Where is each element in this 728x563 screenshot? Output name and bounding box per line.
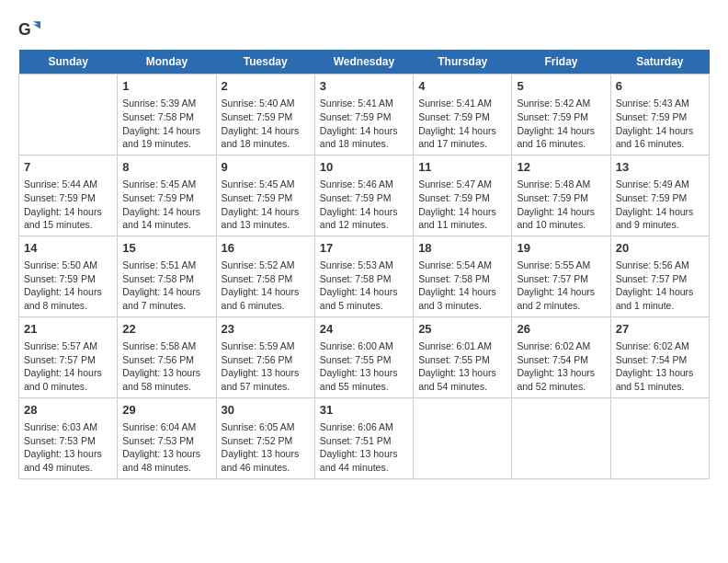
- day-number: 25: [418, 321, 506, 338]
- day-number: 21: [24, 321, 112, 338]
- day-info: Sunrise: 6:02 AM Sunset: 7:54 PM Dayligh…: [616, 339, 704, 394]
- day-info: Sunrise: 5:42 AM Sunset: 7:59 PM Dayligh…: [517, 97, 605, 151]
- day-info: Sunrise: 5:57 AM Sunset: 7:57 PM Dayligh…: [24, 339, 112, 394]
- calendar-cell: 25Sunrise: 6:01 AM Sunset: 7:55 PM Dayli…: [414, 316, 512, 397]
- calendar-cell: 3Sunrise: 5:41 AM Sunset: 7:59 PM Daylig…: [314, 75, 413, 155]
- day-info: Sunrise: 6:01 AM Sunset: 7:55 PM Dayligh…: [418, 339, 506, 394]
- day-number: 26: [517, 321, 605, 338]
- calendar-week-3: 14Sunrise: 5:50 AM Sunset: 7:59 PM Dayli…: [19, 236, 710, 316]
- day-info: Sunrise: 5:58 AM Sunset: 7:56 PM Dayligh…: [122, 339, 210, 394]
- day-number: 6: [616, 78, 704, 95]
- header: G: [18, 18, 710, 40]
- day-info: Sunrise: 5:41 AM Sunset: 7:59 PM Dayligh…: [320, 97, 408, 151]
- day-info: Sunrise: 5:54 AM Sunset: 7:58 PM Dayligh…: [418, 259, 506, 313]
- day-number: 14: [24, 240, 112, 257]
- day-info: Sunrise: 5:39 AM Sunset: 7:58 PM Dayligh…: [122, 97, 210, 151]
- day-number: 4: [418, 78, 506, 95]
- calendar-cell: 2Sunrise: 5:40 AM Sunset: 7:59 PM Daylig…: [216, 75, 314, 155]
- calendar-cell: 8Sunrise: 5:45 AM Sunset: 7:59 PM Daylig…: [118, 155, 216, 236]
- day-number: 11: [418, 159, 506, 176]
- day-number: 8: [122, 159, 210, 176]
- day-info: Sunrise: 5:46 AM Sunset: 7:59 PM Dayligh…: [320, 178, 408, 232]
- day-info: Sunrise: 5:56 AM Sunset: 7:57 PM Dayligh…: [616, 259, 704, 313]
- day-info: Sunrise: 5:45 AM Sunset: 7:59 PM Dayligh…: [222, 178, 310, 232]
- day-info: Sunrise: 6:06 AM Sunset: 7:51 PM Dayligh…: [320, 420, 408, 475]
- calendar-cell: 4Sunrise: 5:41 AM Sunset: 7:59 PM Daylig…: [414, 75, 512, 155]
- day-header-friday: Friday: [512, 50, 610, 75]
- calendar-cell: 11Sunrise: 5:47 AM Sunset: 7:59 PM Dayli…: [414, 155, 512, 236]
- day-info: Sunrise: 6:02 AM Sunset: 7:54 PM Dayligh…: [517, 339, 605, 394]
- calendar-week-1: 1Sunrise: 5:39 AM Sunset: 7:58 PM Daylig…: [19, 75, 710, 155]
- calendar-week-2: 7Sunrise: 5:44 AM Sunset: 7:59 PM Daylig…: [19, 155, 710, 236]
- day-number: 7: [24, 159, 112, 176]
- day-number: 24: [320, 321, 408, 338]
- calendar-cell: 16Sunrise: 5:52 AM Sunset: 7:58 PM Dayli…: [216, 236, 314, 316]
- day-number: 3: [320, 78, 408, 95]
- calendar-cell: 31Sunrise: 6:06 AM Sunset: 7:51 PM Dayli…: [314, 397, 413, 478]
- day-info: Sunrise: 5:48 AM Sunset: 7:59 PM Dayligh…: [517, 178, 605, 232]
- svg-marker-2: [33, 24, 40, 29]
- day-number: 10: [320, 159, 408, 176]
- day-number: 1: [122, 78, 210, 95]
- day-info: Sunrise: 5:50 AM Sunset: 7:59 PM Dayligh…: [24, 259, 112, 313]
- day-number: 23: [222, 321, 310, 338]
- logo: G: [18, 18, 40, 40]
- calendar-cell: [512, 397, 610, 478]
- day-info: Sunrise: 5:59 AM Sunset: 7:56 PM Dayligh…: [222, 339, 310, 394]
- calendar-cell: 22Sunrise: 5:58 AM Sunset: 7:56 PM Dayli…: [118, 316, 216, 397]
- logo-icon: G: [18, 18, 40, 40]
- day-number: 28: [24, 402, 112, 419]
- day-header-monday: Monday: [118, 50, 216, 75]
- day-number: 2: [222, 78, 310, 95]
- day-header-saturday: Saturday: [610, 50, 709, 75]
- day-number: 17: [320, 240, 408, 257]
- calendar-cell: 19Sunrise: 5:55 AM Sunset: 7:57 PM Dayli…: [512, 236, 610, 316]
- calendar-cell: 14Sunrise: 5:50 AM Sunset: 7:59 PM Dayli…: [19, 236, 118, 316]
- day-info: Sunrise: 6:05 AM Sunset: 7:52 PM Dayligh…: [222, 420, 310, 475]
- day-info: Sunrise: 5:47 AM Sunset: 7:59 PM Dayligh…: [418, 178, 506, 232]
- day-number: 18: [418, 240, 506, 257]
- calendar-cell: 15Sunrise: 5:51 AM Sunset: 7:58 PM Dayli…: [118, 236, 216, 316]
- day-number: 31: [320, 402, 408, 419]
- day-number: 29: [122, 402, 210, 419]
- calendar-cell: 30Sunrise: 6:05 AM Sunset: 7:52 PM Dayli…: [216, 397, 314, 478]
- day-number: 15: [122, 240, 210, 257]
- calendar-cell: 13Sunrise: 5:49 AM Sunset: 7:59 PM Dayli…: [610, 155, 709, 236]
- day-info: Sunrise: 5:45 AM Sunset: 7:59 PM Dayligh…: [122, 178, 210, 232]
- day-info: Sunrise: 5:43 AM Sunset: 7:59 PM Dayligh…: [616, 97, 704, 151]
- calendar-cell: 26Sunrise: 6:02 AM Sunset: 7:54 PM Dayli…: [512, 316, 610, 397]
- calendar-cell: 5Sunrise: 5:42 AM Sunset: 7:59 PM Daylig…: [512, 75, 610, 155]
- day-number: 30: [222, 402, 310, 419]
- calendar-cell: 28Sunrise: 6:03 AM Sunset: 7:53 PM Dayli…: [19, 397, 118, 478]
- day-info: Sunrise: 5:53 AM Sunset: 7:58 PM Dayligh…: [320, 259, 408, 313]
- svg-text:G: G: [18, 20, 31, 39]
- day-header-sunday: Sunday: [19, 50, 118, 75]
- calendar-week-5: 28Sunrise: 6:03 AM Sunset: 7:53 PM Dayli…: [19, 397, 710, 478]
- calendar-table: SundayMondayTuesdayWednesdayThursdayFrid…: [18, 50, 710, 479]
- calendar-cell: 18Sunrise: 5:54 AM Sunset: 7:58 PM Dayli…: [414, 236, 512, 316]
- day-number: 19: [517, 240, 605, 257]
- day-info: Sunrise: 5:52 AM Sunset: 7:58 PM Dayligh…: [222, 259, 310, 313]
- calendar-cell: 10Sunrise: 5:46 AM Sunset: 7:59 PM Dayli…: [314, 155, 413, 236]
- day-info: Sunrise: 5:55 AM Sunset: 7:57 PM Dayligh…: [517, 259, 605, 313]
- day-info: Sunrise: 5:51 AM Sunset: 7:58 PM Dayligh…: [122, 259, 210, 313]
- day-header-wednesday: Wednesday: [314, 50, 413, 75]
- calendar-cell: 12Sunrise: 5:48 AM Sunset: 7:59 PM Dayli…: [512, 155, 610, 236]
- calendar-cell: [414, 397, 512, 478]
- calendar-cell: 23Sunrise: 5:59 AM Sunset: 7:56 PM Dayli…: [216, 316, 314, 397]
- calendar-cell: 6Sunrise: 5:43 AM Sunset: 7:59 PM Daylig…: [610, 75, 709, 155]
- calendar-cell: 17Sunrise: 5:53 AM Sunset: 7:58 PM Dayli…: [314, 236, 413, 316]
- day-info: Sunrise: 5:40 AM Sunset: 7:59 PM Dayligh…: [222, 97, 310, 151]
- day-number: 27: [616, 321, 704, 338]
- day-info: Sunrise: 6:00 AM Sunset: 7:55 PM Dayligh…: [320, 339, 408, 394]
- day-number: 9: [222, 159, 310, 176]
- calendar-cell: 27Sunrise: 6:02 AM Sunset: 7:54 PM Dayli…: [610, 316, 709, 397]
- day-number: 5: [517, 78, 605, 95]
- calendar-cell: 24Sunrise: 6:00 AM Sunset: 7:55 PM Dayli…: [314, 316, 413, 397]
- calendar-cell: 9Sunrise: 5:45 AM Sunset: 7:59 PM Daylig…: [216, 155, 314, 236]
- day-number: 12: [517, 159, 605, 176]
- calendar-cell: 21Sunrise: 5:57 AM Sunset: 7:57 PM Dayli…: [19, 316, 118, 397]
- day-number: 13: [616, 159, 704, 176]
- day-number: 22: [122, 321, 210, 338]
- day-info: Sunrise: 5:41 AM Sunset: 7:59 PM Dayligh…: [418, 97, 506, 151]
